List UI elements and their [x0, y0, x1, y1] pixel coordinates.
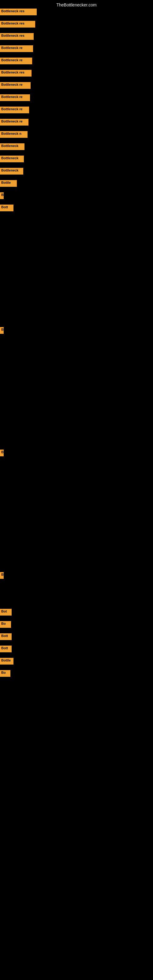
- bottleneck-item: B: [0, 450, 4, 456]
- bottleneck-item: Bot: [0, 609, 12, 616]
- bottleneck-item: Bottleneck n: [0, 131, 27, 138]
- bottleneck-item: Bott: [0, 646, 12, 652]
- bottleneck-item: Bottleneck res: [0, 70, 32, 76]
- site-title: TheBottlenecker.com: [0, 2, 153, 7]
- bottleneck-item: Bottleneck: [0, 156, 24, 162]
- bottleneck-item: Bottleneck re: [0, 94, 30, 101]
- bottleneck-item: Bott: [0, 633, 12, 640]
- bottleneck-item: Bottleneck re: [0, 57, 32, 64]
- bottleneck-item: Bottleneck re: [0, 119, 29, 126]
- bottleneck-item: B: [0, 192, 4, 199]
- bottleneck-item: Bottleneck: [0, 143, 24, 150]
- bottleneck-item: Bo: [0, 670, 10, 677]
- bottleneck-item: Bottleneck re: [0, 82, 30, 89]
- bottleneck-item: Bottleneck re: [0, 45, 33, 52]
- bottleneck-item: B: [0, 327, 4, 334]
- bottleneck-item: Bottleneck res: [0, 33, 33, 40]
- bottleneck-item: Bottle: [0, 180, 17, 187]
- bottleneck-item: Bottleneck res: [0, 9, 37, 15]
- bottleneck-item: Bott: [0, 205, 13, 211]
- bottleneck-item: B: [0, 572, 4, 579]
- bottleneck-item: Bottleneck res: [0, 21, 35, 27]
- bottleneck-item: Bottleneck: [0, 168, 23, 175]
- bottleneck-item: Bo: [0, 621, 11, 628]
- bottleneck-item: Bottle: [0, 658, 13, 665]
- bottleneck-item: Bottleneck re: [0, 107, 29, 113]
